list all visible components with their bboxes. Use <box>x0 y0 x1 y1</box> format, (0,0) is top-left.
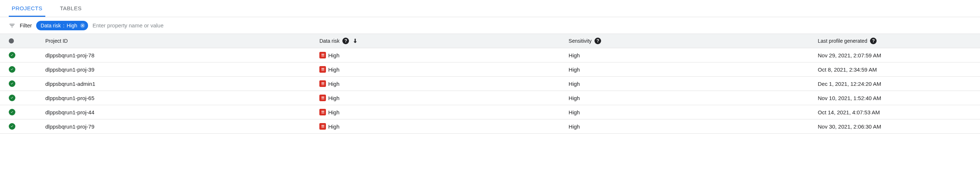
header-project-id[interactable]: Project ID <box>45 38 319 44</box>
tab-projects[interactable]: PROJECTS <box>9 0 45 17</box>
cell-sensitivity: High <box>569 109 580 116</box>
risk-high-icon: !!! <box>319 109 326 116</box>
filter-bar: Filter Data risk : High <box>0 17 980 34</box>
status-ok-icon <box>9 95 15 101</box>
table-row[interactable]: dlppsbqrun1-proj-39!!!HighHighOct 8, 202… <box>0 62 980 77</box>
tabs-bar: PROJECTS TABLES <box>0 0 980 17</box>
cell-project-id: dlppsbqrun1-proj-79 <box>45 124 319 130</box>
status-ok-icon <box>9 80 15 87</box>
cell-last-profile: Dec 1, 2021, 12:24:20 AM <box>818 81 881 87</box>
risk-high-icon: !!! <box>319 95 326 101</box>
projects-table: Project ID Data risk ? Sensitivity ? Las… <box>0 34 980 134</box>
status-ok-icon <box>9 109 15 116</box>
help-icon[interactable]: ? <box>342 38 349 44</box>
cell-project-id: dlppsbqrun1-admin1 <box>45 81 319 87</box>
cell-sensitivity: High <box>569 81 580 87</box>
header-last-profile-label: Last profile generated <box>818 38 867 44</box>
status-ok-icon <box>9 123 15 130</box>
cell-last-profile: Nov 10, 2021, 1:52:40 AM <box>818 95 881 101</box>
help-icon[interactable]: ? <box>595 38 601 44</box>
cell-project-id: dlppsbqrun1-proj-44 <box>45 109 319 116</box>
header-sensitivity-label: Sensitivity <box>569 38 592 44</box>
cell-project-id: dlppsbqrun1-proj-39 <box>45 67 319 73</box>
cell-last-profile: Nov 30, 2021, 2:06:30 AM <box>818 124 881 130</box>
cell-sensitivity: High <box>569 67 580 73</box>
header-sensitivity[interactable]: Sensitivity ? <box>569 38 818 44</box>
sort-descending-icon[interactable] <box>352 38 358 44</box>
status-ok-icon <box>9 66 15 73</box>
cell-sensitivity: High <box>569 124 580 130</box>
cell-last-profile: Oct 8, 2021, 2:34:59 AM <box>818 67 877 73</box>
table-row[interactable]: dlppsbqrun1-proj-44!!!HighHighOct 14, 20… <box>0 105 980 119</box>
table-row[interactable]: dlppsbqrun1-proj-79!!!HighHighNov 30, 20… <box>0 119 980 134</box>
remove-chip-icon[interactable] <box>79 22 86 29</box>
cell-project-id: dlppsbqrun1-proj-65 <box>45 95 319 101</box>
filter-chip-sep: : <box>63 23 65 29</box>
risk-high-icon: !!! <box>319 80 326 87</box>
cell-last-profile: Oct 14, 2021, 4:07:53 AM <box>818 109 880 116</box>
cell-data-risk: High <box>328 81 339 87</box>
filter-chip-data-risk[interactable]: Data risk : High <box>36 21 88 30</box>
table-header: Project ID Data risk ? Sensitivity ? Las… <box>0 34 980 48</box>
help-icon[interactable]: ? <box>870 38 877 44</box>
table-row[interactable]: dlppsbqrun1-proj-65!!!HighHighNov 10, 20… <box>0 91 980 105</box>
filter-label: Filter <box>20 22 32 29</box>
cell-data-risk: High <box>328 52 339 59</box>
status-ok-icon <box>9 52 15 59</box>
tab-tables[interactable]: TABLES <box>57 0 84 17</box>
header-data-risk[interactable]: Data risk ? <box>319 38 569 44</box>
header-data-risk-label: Data risk <box>319 38 339 44</box>
cell-sensitivity: High <box>569 95 580 101</box>
header-last-profile[interactable]: Last profile generated ? <box>818 38 971 44</box>
cell-last-profile: Nov 29, 2021, 2:07:59 AM <box>818 52 881 59</box>
status-dot-icon <box>9 38 14 43</box>
filter-input[interactable] <box>92 20 971 31</box>
cell-data-risk: High <box>328 95 339 101</box>
filter-icon[interactable] <box>9 22 15 29</box>
risk-high-icon: !!! <box>319 123 326 130</box>
risk-high-icon: !!! <box>319 66 326 73</box>
cell-project-id: dlppsbqrun1-proj-78 <box>45 52 319 59</box>
filter-chip-value: High <box>67 23 77 29</box>
cell-data-risk: High <box>328 109 339 116</box>
table-row[interactable]: dlppsbqrun1-admin1!!!HighHighDec 1, 2021… <box>0 77 980 91</box>
table-row[interactable]: dlppsbqrun1-proj-78!!!HighHighNov 29, 20… <box>0 48 980 62</box>
filter-chip-key: Data risk <box>41 23 60 29</box>
cell-sensitivity: High <box>569 52 580 59</box>
cell-data-risk: High <box>328 67 339 73</box>
table-body: dlppsbqrun1-proj-78!!!HighHighNov 29, 20… <box>0 48 980 134</box>
header-status[interactable] <box>9 38 45 43</box>
risk-high-icon: !!! <box>319 52 326 59</box>
cell-data-risk: High <box>328 124 339 130</box>
